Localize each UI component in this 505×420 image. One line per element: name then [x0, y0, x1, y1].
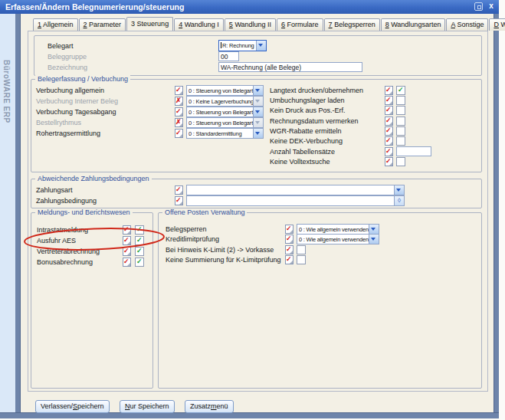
- select-verbuchung-allgemein[interactable]: 0 : Steuerung von Belegart: [186, 85, 264, 96]
- tab-steuerung[interactable]: 3 Steuerung: [126, 17, 173, 31]
- modified-flag-icon[interactable]: ✓: [123, 258, 131, 267]
- flag-glyph: ✓: [385, 95, 392, 104]
- chevron-down-icon: [253, 118, 263, 127]
- row-label: Vertreterabrechnung: [37, 248, 100, 255]
- lookup-spinner-icon[interactable]: ◊: [394, 196, 404, 205]
- group-title: Offene Posten Verwaltung: [162, 208, 247, 216]
- checkbox-ausfuhr-aes[interactable]: ✓: [135, 236, 144, 245]
- checkbox-kein-druck[interactable]: [396, 106, 405, 115]
- chevron-down-icon[interactable]: [253, 107, 263, 116]
- checkbox-langtext[interactable]: ✓: [396, 86, 405, 95]
- tab-wandlung-1[interactable]: 4 Wandlung I: [174, 18, 224, 31]
- tab-sonstige[interactable]: A Sonstige: [446, 18, 488, 31]
- checkbox-bonusabrechnung[interactable]: ✓: [135, 258, 144, 267]
- row-label: Keine DEK-Verbuchung: [270, 137, 343, 145]
- chevron-down-icon[interactable]: [394, 185, 404, 195]
- flag-glyph: ✗: [175, 96, 182, 105]
- checkbox-wgr-rabatte[interactable]: [396, 126, 405, 136]
- modified-flag-icon[interactable]: ✓: [385, 106, 393, 115]
- row-label: Bei Hinweis K-Limit (2) -> Vorkasse: [166, 246, 274, 254]
- tab-formulare[interactable]: 6 Formulare: [277, 18, 323, 31]
- chevron-down-icon[interactable]: [256, 41, 266, 51]
- restore-icon[interactable]: [474, 2, 483, 11]
- checkbox-keine-dek[interactable]: [396, 136, 405, 146]
- zahlungsart-select[interactable]: [186, 185, 405, 195]
- tab-belegsperren[interactable]: 7 Belegsperren: [324, 18, 380, 31]
- flag-glyph: ✓: [175, 107, 182, 116]
- row-label: Kreditlimitprüfung: [166, 235, 219, 243]
- zusatzmenu-button[interactable]: Zusatzmenü: [185, 400, 234, 413]
- title-bar[interactable]: Erfassen/Ändern Belegnumerierung/steueru…: [0, 0, 499, 14]
- modified-flag-icon[interactable]: ✓: [385, 147, 393, 156]
- kreditlimitpruefung-select[interactable]: 0 : Wie allgemein verwenden: [297, 234, 379, 244]
- flag-glyph: ✓: [286, 224, 292, 233]
- modified-flag-icon[interactable]: ✓: [285, 255, 293, 264]
- modified-flag-icon[interactable]: ✓: [175, 185, 183, 195]
- chevron-down-icon: [253, 97, 263, 106]
- checkbox-rechnungsdatum[interactable]: [396, 116, 405, 126]
- anzahl-tabellensaetze-input[interactable]: [396, 146, 431, 156]
- checkbox-volltextsuche[interactable]: [396, 157, 405, 166]
- modified-flag-icon[interactable]: ✓: [385, 157, 393, 166]
- row-label: Langtext drucken/übernehmen: [270, 87, 363, 94]
- tab-label: Wandlung II: [233, 21, 271, 28]
- tab-wandlungsarten[interactable]: 8 Wandlungsarten: [381, 18, 446, 31]
- tab-wandlung-2[interactable]: 5 Wandlung II: [225, 18, 276, 31]
- tab-allgemein[interactable]: 1 Allgemein: [33, 18, 78, 31]
- modified-flag-icon[interactable]: ✓: [385, 126, 393, 136]
- flag-glyph: ✓: [385, 126, 392, 135]
- close-icon[interactable]: x: [487, 1, 496, 11]
- modified-flag-icon[interactable]: ✓: [123, 236, 131, 245]
- tab-label: Wandlungsarten: [389, 21, 441, 28]
- check-glyph: ✓: [136, 257, 143, 266]
- brand-text: BüroWARE ERP: [2, 60, 11, 123]
- flag-glyph: ✓: [385, 105, 392, 114]
- select-bestellrythmus: 0 : Steuerung von Belegart: [186, 117, 264, 128]
- modified-flag-icon[interactable]: ✓: [175, 129, 183, 138]
- checkbox-keine-summierung[interactable]: [297, 255, 306, 264]
- checkbox-vorkasse[interactable]: [297, 245, 306, 254]
- nur-speichern-button[interactable]: Nur Speichern: [120, 400, 175, 413]
- flag-glyph: ✓: [123, 235, 130, 244]
- chevron-down-icon[interactable]: [253, 129, 263, 138]
- modified-flag-icon[interactable]: ✓: [175, 86, 183, 95]
- check-glyph: ✓: [136, 235, 143, 244]
- modified-flag-icon[interactable]: ✓: [285, 245, 293, 254]
- select-rohertragsermittlung[interactable]: 0 : Standardermittlung: [186, 128, 264, 139]
- group-title: Abweichende Zahlungsbedingungen: [35, 175, 152, 182]
- modified-flag-icon[interactable]: ✗: [175, 97, 183, 106]
- chevron-down-icon[interactable]: [369, 235, 379, 244]
- modified-flag-icon[interactable]: ✓: [285, 235, 293, 244]
- modified-flag-icon[interactable]: ✓: [385, 116, 393, 126]
- tab-parameter[interactable]: 2 Parameter: [79, 18, 126, 31]
- bezeichnung-input[interactable]: [218, 62, 362, 72]
- verlassen-speichern-button[interactable]: Verlassen/Speichern: [35, 400, 110, 413]
- combo-value: 0 : Steuerung von Belegart: [189, 108, 253, 116]
- checkbox-umbuchungslager[interactable]: [396, 96, 405, 105]
- modified-flag-icon[interactable]: ✓: [385, 86, 393, 95]
- belegart-select[interactable]: R: Rechnung: [218, 40, 267, 51]
- modified-flag-icon[interactable]: ✓: [175, 107, 183, 116]
- tab-wfl-tb[interactable]: D WFL/TB: [489, 18, 505, 31]
- zahlungsbedingung-field[interactable]: ◊: [186, 195, 405, 206]
- button-row: Verlassen/Speichern Nur Speichern Zusatz…: [35, 398, 241, 413]
- modified-flag-icon[interactable]: ✗: [175, 118, 183, 127]
- belegsperren-select[interactable]: 0 : Wie allgemein verwenden: [297, 224, 379, 235]
- combo-value: R: Rechnung: [221, 41, 256, 50]
- modified-flag-icon[interactable]: ✓: [123, 225, 131, 235]
- modified-flag-icon[interactable]: ✓: [385, 136, 393, 146]
- bezeichnung-label: Bezeichnung: [48, 64, 87, 71]
- checkbox-vertreterabrechnung[interactable]: ✓: [135, 247, 144, 256]
- row-label: Kein Druck aus Pos.-Erf.: [270, 107, 346, 114]
- modified-flag-icon[interactable]: ✓: [385, 96, 393, 105]
- modified-flag-icon[interactable]: ✓: [123, 247, 131, 256]
- modified-flag-icon[interactable]: ✓: [285, 225, 293, 234]
- chevron-down-icon[interactable]: [369, 225, 379, 234]
- tab-label: Parameter: [87, 21, 122, 28]
- chevron-down-icon[interactable]: [253, 86, 263, 95]
- checkbox-intrastatmeldung[interactable]: ✓: [135, 225, 144, 235]
- beleggruppe-input[interactable]: [218, 51, 239, 61]
- flag-glyph: ✓: [286, 244, 292, 254]
- modified-flag-icon[interactable]: ✓: [175, 196, 183, 205]
- select-verbuchung-tagesabgang[interactable]: 0 : Steuerung von Belegart: [186, 107, 264, 117]
